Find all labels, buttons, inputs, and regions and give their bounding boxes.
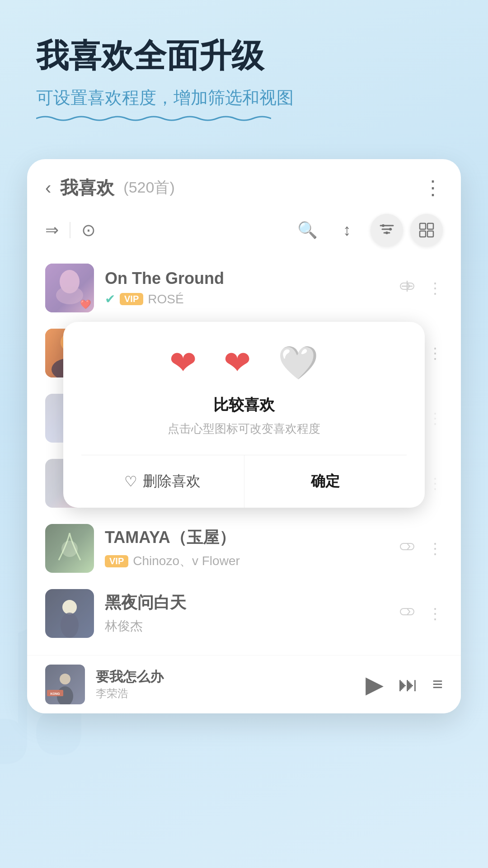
heart-level-row: ❤ ❤ 🤍 [81, 344, 407, 382]
main-title: 我喜欢全面升级 [36, 36, 452, 75]
heart-level-2[interactable]: ❤ [224, 344, 251, 382]
confirm-button[interactable]: 确定 [244, 455, 407, 508]
delete-heart-icon: ♡ [124, 473, 137, 490]
popup-actions: ♡ 删除喜欢 确定 [81, 455, 407, 508]
header-section: 我喜欢全面升级 可设置喜欢程度，增加筛选和视图 [0, 0, 488, 141]
popup-title: 比较喜欢 [81, 395, 407, 415]
popup-hint: 点击心型图标可改变喜欢程度 [81, 421, 407, 437]
heart-level-3[interactable]: 🤍 [278, 344, 319, 382]
wave-decoration [36, 114, 271, 123]
confirm-label: 确定 [311, 472, 340, 491]
delete-like-button[interactable]: ♡ 删除喜欢 [81, 455, 244, 508]
heart-level-1[interactable]: ❤ [169, 344, 197, 382]
subtitle: 可设置喜欢程度，增加筛选和视图 [36, 86, 294, 123]
main-card: ‹ 我喜欢 (520首) ⋮ ⇒ ⊙ 🔍 ↕ [27, 159, 461, 713]
delete-like-label: 删除喜欢 [143, 472, 201, 491]
like-level-popup: ❤ ❤ 🤍 比较喜欢 点击心型图标可改变喜欢程度 ♡ 删除喜欢 确定 [63, 322, 425, 508]
